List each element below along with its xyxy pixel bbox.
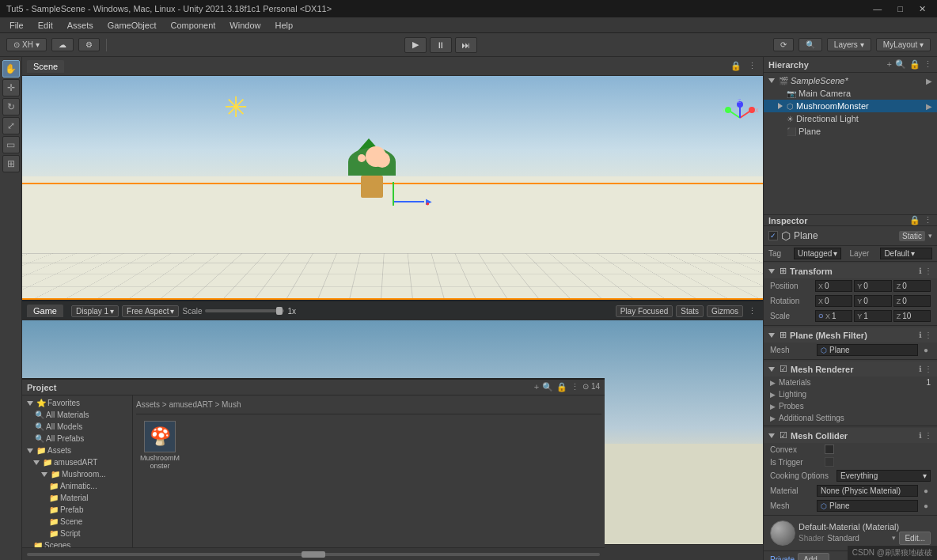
mesh-filter-mesh-value[interactable]: ⬡ Plane [817,344,918,356]
inspector-lock-icon[interactable]: 🔒 [909,215,920,225]
position-y-field[interactable]: Y 0 [854,280,891,292]
xh-dropdown[interactable]: ⊙ XH ▾ [6,38,47,51]
is-trigger-checkbox[interactable] [825,457,834,467]
meshrenderer-info[interactable]: ℹ [919,365,922,373]
meshcollider-settings[interactable]: ⋮ [924,431,932,440]
settings-btn[interactable]: ⚙ [78,38,100,51]
scene-lock-btn[interactable]: 🔒 [729,61,743,71]
hierarchy-menu-icon[interactable]: ⋮ [924,59,932,70]
hierarchy-dir-light[interactable]: ☀ Directional Light [764,112,937,125]
hierarchy-main-camera[interactable]: 📷 Main Camera [764,87,937,100]
collider-material-value[interactable]: None (Physic Material) [817,485,918,497]
mushroom-folder[interactable]: 📁 Mushroom... [22,468,132,480]
title-bar-controls[interactable]: — □ ✕ [868,2,931,16]
project-lock-icon[interactable]: 🔒 [556,382,567,392]
mesh-collider-header[interactable]: ☑ Mesh Collider ℹ ⋮ [764,428,937,443]
menu-window[interactable]: Window [223,19,267,32]
object-name[interactable]: Plane [794,230,896,241]
menu-edit[interactable]: Edit [32,19,59,32]
minimize-btn[interactable]: — [868,2,886,16]
rotate-tool[interactable]: ↻ [2,98,20,115]
object-active-checkbox[interactable] [768,231,778,240]
scene-menu-btn[interactable]: ⋮ [746,61,758,71]
move-tool[interactable]: ✛ [2,79,20,96]
script-folder[interactable]: 📁 Script [22,528,132,539]
amusedart-folder[interactable]: 📁 amusedART [22,456,132,468]
collab-btn[interactable]: ⟳ [773,38,794,51]
position-z-field[interactable]: Z 0 [893,280,931,292]
all-materials-item[interactable]: 🔍 All Materials [22,409,132,421]
scene-view[interactable]: Scene 🔒 ⋮ ✋ ⊙ Center ▾ ◈ Global ▾ ☁ 2D ☀… [22,57,763,301]
game-display-btn[interactable]: Display 1 ▾ [71,305,119,317]
scenes-folder[interactable]: 📁 Scenes [22,539,132,547]
hierarchy-lock-icon[interactable]: 🔒 [909,59,920,70]
material-shader-dropdown[interactable]: ▾ [892,534,896,542]
prefab-folder[interactable]: 📁 Prefab [22,504,132,516]
collider-mesh-value[interactable]: ⬡ Plane [817,500,918,512]
menu-file[interactable]: File [3,19,30,32]
project-add-icon[interactable]: + [534,382,539,392]
stats-btn[interactable]: Stats [676,305,704,317]
collider-mesh-circle[interactable]: ● [921,501,931,510]
transform-info-icon[interactable]: ℹ [919,267,922,275]
scale-y-field[interactable]: Y 1 [854,310,891,322]
game-tab[interactable]: Game [27,305,63,317]
scale-tool[interactable]: ⤢ [2,117,20,134]
step-btn[interactable]: ⏭ [455,37,477,53]
static-dropdown[interactable]: ▾ [928,232,932,240]
mesh-filter-circle-btn[interactable]: ● [921,346,931,354]
rect-tool[interactable]: ▭ [2,136,20,153]
pause-btn[interactable]: ⏸ [430,37,452,53]
layer-dropdown[interactable]: Default ▾ [880,248,932,259]
scale-x-field[interactable]: ⊙ X 1 [815,310,852,322]
materials-row[interactable]: ▶ Materials 1 [764,376,937,388]
rotation-z-field[interactable]: Z 0 [893,295,931,307]
scale-slider[interactable] [205,309,284,312]
meshcollider-info[interactable]: ℹ [919,431,922,440]
convex-checkbox[interactable] [825,445,834,454]
close-btn[interactable]: ✕ [914,2,931,16]
meshfilter-info[interactable]: ℹ [919,331,922,339]
maximize-btn[interactable]: □ [893,2,908,16]
meshfilter-settings[interactable]: ⋮ [924,331,932,339]
hierarchy-add-icon[interactable]: + [887,59,892,70]
game-menu-btn[interactable]: ⋮ [746,305,758,317]
mushroom-monster-file[interactable]: 🍄 MushroomMonster [136,418,184,473]
hand-tool[interactable]: ✋ [2,60,20,78]
layers-dropdown[interactable]: Layers ▾ [827,38,871,51]
hierarchy-plane[interactable]: ⬛ Plane [764,125,937,138]
lighting-row[interactable]: ▶ Lighting [764,388,937,400]
hierarchy-scene-root[interactable]: 🎬 SampleScene* ▶ [764,74,937,87]
all-models-item[interactable]: 🔍 All Models [22,421,132,433]
layout-dropdown[interactable]: MyLayout ▾ [876,38,931,51]
menu-component[interactable]: Component [164,19,222,32]
game-aspect-btn[interactable]: Free Aspect ▾ [122,305,179,317]
scene-gizmo[interactable]: X Y Z [720,98,760,138]
mesh-renderer-header[interactable]: ☑ Mesh Renderer ℹ ⋮ [764,361,937,376]
play-focused-btn[interactable]: Play Focused [616,305,673,317]
material-folder[interactable]: 📁 Material [22,492,132,504]
additional-settings-row[interactable]: ▶ Additional Settings [764,412,937,424]
probes-row[interactable]: ▶ Probes [764,400,937,412]
menu-gameobject[interactable]: GameObject [101,19,163,32]
search-btn[interactable]: 🔍 [799,38,822,51]
tag-dropdown[interactable]: Untagged ▾ [794,248,841,259]
mesh-filter-header[interactable]: ⊞ Plane (Mesh Filter) ℹ ⋮ [764,327,937,342]
play-btn[interactable]: ▶ [404,37,427,53]
add-btn[interactable]: Add... [798,553,829,560]
position-x-field[interactable]: X 0 [815,280,852,292]
rotation-y-field[interactable]: Y 0 [854,295,891,307]
material-edit-btn[interactable]: Edit... [899,532,931,545]
inspector-menu-icon[interactable]: ⋮ [924,215,932,225]
project-menu-icon[interactable]: ⋮ [571,382,579,392]
transform-header[interactable]: ⊞ Transform ℹ ⋮ [764,263,937,278]
multi-tool[interactable]: ⊞ [2,155,20,172]
gizmos-btn[interactable]: Gizmos [707,305,743,317]
cloud-btn[interactable]: ☁ [51,38,74,51]
scene-folder[interactable]: 📁 Scene [22,516,132,528]
assets-folder[interactable]: 📁 Assets [22,445,132,456]
hierarchy-mushroom[interactable]: ⬡ MushroomMonster ▶ [764,100,937,112]
project-search-icon[interactable]: 🔍 [542,382,553,392]
meshrenderer-settings[interactable]: ⋮ [924,365,932,373]
cooking-options-dropdown[interactable]: Everything ▾ [836,470,931,482]
